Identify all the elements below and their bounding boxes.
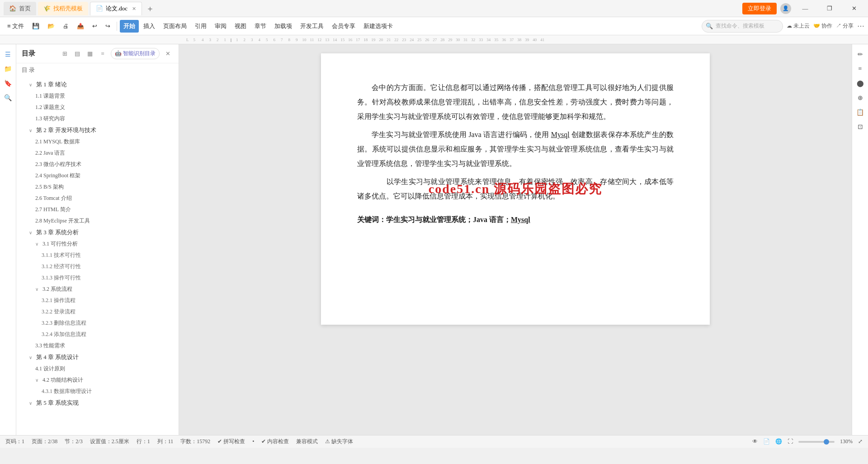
print-mode-icon[interactable]: 📄 <box>763 438 770 445</box>
format-icon[interactable]: ≡ <box>854 62 867 75</box>
redo-button[interactable]: ↪ <box>102 20 114 33</box>
toc-item-2-7[interactable]: 2.7 HTML 简介 <box>16 204 179 215</box>
toc-item-3-1-3[interactable]: 3.1.3 操作可行性 <box>16 272 179 284</box>
doc-page[interactable]: code51.cn 源码乐园盗图必究 会中的方方面面。它让信息都可以通过网络传播… <box>321 53 710 325</box>
toc-item-2-3[interactable]: 2.3 微信小程序技术 <box>16 159 179 170</box>
reference-tab[interactable]: 引用 <box>191 20 210 33</box>
format-btn-2[interactable]: ▤ <box>72 48 83 59</box>
toc-item-3-1-1[interactable]: 3.1.1 技术可行性 <box>16 250 179 261</box>
user-avatar[interactable]: 👤 <box>780 3 791 14</box>
status-wordcount: 字数：15792 <box>180 438 210 445</box>
tab-template[interactable]: 🌾 找稻壳模板 <box>38 2 88 15</box>
toc-item-2-6[interactable]: 2.6 Tomcat 介绍 <box>16 193 179 204</box>
toc-item-3-3[interactable]: 3.3 性能需求 <box>16 340 179 351</box>
review-icon[interactable]: ⬤ <box>854 77 867 90</box>
close-sidebar-btn[interactable]: ✕ <box>162 48 173 59</box>
toc-item-3-2-3[interactable]: 3.2.3 删除信息流程 <box>16 317 179 329</box>
print-button[interactable]: 🖨 <box>59 20 72 33</box>
toc-item-ch3[interactable]: ∨ 第 3 章 系统分析 <box>16 227 179 238</box>
ai-recognize-button[interactable]: 🤖 智能识别目录 <box>111 48 160 59</box>
toc-item-2-1[interactable]: 2.1 MYSQL 数据库 <box>16 136 179 147</box>
collaborate-label[interactable]: 🤝 协作 <box>813 22 832 30</box>
toc-item-3-1-2[interactable]: 3.1.2 经济可行性 <box>16 261 179 272</box>
toc-item-4-3-1[interactable]: 4.3.1 数据库物理设计 <box>16 386 179 397</box>
toc-icon[interactable]: ☰ <box>2 48 14 61</box>
toc-item-ch2[interactable]: ∨ 第 2 章 开发环境与技术 <box>16 124 179 136</box>
tab-home[interactable]: 🏠 首页 <box>4 2 36 15</box>
view-tab[interactable]: 视图 <box>231 20 250 33</box>
toc-item-3-1[interactable]: ∨ 3.1 可行性分析 <box>16 238 179 250</box>
new-options-tab[interactable]: 新建选项卡 <box>360 20 396 33</box>
close-button[interactable]: ✕ <box>844 2 864 15</box>
toc-item-3-2-4[interactable]: 3.2.4 添加信息流程 <box>16 329 179 340</box>
minimize-button[interactable]: — <box>795 2 816 15</box>
toc-item-3-2-1[interactable]: 3.2.1 操作流程 <box>16 295 179 306</box>
search-left-icon[interactable]: 🔍 <box>2 91 14 104</box>
toc-item-2-8[interactable]: 2.8 MyEclipse 开发工具 <box>16 215 179 227</box>
toc-item-1-2[interactable]: 1.2 课题意义 <box>16 102 179 113</box>
toc-item-2-2[interactable]: 2.2 Java 语言 <box>16 147 179 159</box>
toc-item-1-1[interactable]: 1.1 课题背景 <box>16 90 179 102</box>
restore-button[interactable]: ❐ <box>819 2 840 15</box>
toc-item-ch5[interactable]: ∨ 第 5 章 系统实现 <box>16 397 179 409</box>
web-mode-icon[interactable]: 🌐 <box>775 438 782 445</box>
files-icon[interactable]: 📁 <box>2 62 14 75</box>
zoom-level[interactable]: 130% <box>840 438 853 445</box>
spell-check-btn[interactable]: ✔ 拼写检查 <box>217 438 245 445</box>
format-btn-3[interactable]: ▦ <box>85 48 95 59</box>
plus-icon[interactable]: ⊕ <box>854 91 867 104</box>
ruler-content: L 5 4 3 2 1 | 1 2 3 4 5 6 7 8 9 10 11 12… <box>184 35 852 44</box>
toggle-ch3: ∨ <box>29 230 34 235</box>
undo-button[interactable]: ↩ <box>89 20 101 33</box>
paragraph-1[interactable]: 会中的方方面面。它让信息都可以通过网络传播，搭配信息管理工具可以很好地为人们提供… <box>357 80 674 124</box>
tab-close-doc[interactable]: ✕ <box>132 6 136 12</box>
toc-item-2-5[interactable]: 2.5 B/S 架构 <box>16 181 179 193</box>
cloud-sync-label[interactable]: ☁ 未上云 <box>787 22 810 30</box>
addons-tab[interactable]: 加载项 <box>271 20 296 33</box>
save-button[interactable]: 💾 <box>28 20 43 33</box>
missing-font-btn[interactable]: ⚠ 缺失字体 <box>325 438 353 445</box>
zoom-slider[interactable] <box>798 441 835 443</box>
start-tab[interactable]: 开始 <box>120 20 139 33</box>
document-area[interactable]: code51.cn 源码乐园盗图必究 会中的方方面面。它让信息都可以通过网络传播… <box>179 44 852 435</box>
login-button[interactable]: 立即登录 <box>742 3 777 14</box>
full-screen-btn[interactable]: ⤢ <box>858 438 863 445</box>
export-button[interactable]: 📤 <box>73 20 88 33</box>
toc-item-3-2-2[interactable]: 3.2.2 登录流程 <box>16 306 179 317</box>
toc-item-4-2[interactable]: ∨ 4.2 功能结构设计 <box>16 374 179 386</box>
content-check-btn[interactable]: ✔ 内容检查 <box>261 438 289 445</box>
full-screen-icon[interactable]: ⛶ <box>788 438 793 445</box>
file-menu-button[interactable]: ≡ 文件 <box>4 20 28 33</box>
page-layout-tab[interactable]: 页面布局 <box>160 20 190 33</box>
search-bar[interactable]: 🔍 查找命令、搜索模板 <box>702 20 783 33</box>
format-btn-4[interactable]: ≡ <box>97 48 108 59</box>
edit-icon[interactable]: ✏ <box>854 48 867 61</box>
tab-doc[interactable]: 📄 论文.doc ✕ <box>90 2 142 15</box>
layout-icon[interactable]: ⊡ <box>854 120 867 133</box>
vip-tab[interactable]: 会员专享 <box>328 20 359 33</box>
toc-item-3-2[interactable]: ∨ 3.2 系统流程 <box>16 284 179 295</box>
paragraph-2[interactable]: 学生实习与就业管理系统使用 Java 语言进行编码，使用 Mysql 创建数据表… <box>357 128 674 171</box>
toc-content[interactable]: ∨ 第 1 章 绪论 1.1 课题背景 1.2 课题意义 1.3 研究内容 ∨ … <box>16 77 179 435</box>
chapter-tab[interactable]: 章节 <box>251 20 270 33</box>
share-label[interactable]: ↗ 分享 <box>836 22 854 30</box>
review-tab[interactable]: 审阅 <box>211 20 230 33</box>
toc-item-ch1[interactable]: ∨ 第 1 章 绪论 <box>16 79 179 90</box>
insert-tab[interactable]: 插入 <box>140 20 159 33</box>
toc-item-2-4[interactable]: 2.4 SpringBoot 框架 <box>16 170 179 181</box>
toc-item-ch4[interactable]: ∨ 第 4 章 系统设计 <box>16 351 179 363</box>
read-mode-icon[interactable]: 👁 <box>752 438 758 445</box>
doc-icon: 📄 <box>96 5 103 12</box>
more-menu-icon[interactable]: ⋯ <box>857 22 864 30</box>
dev-tools-tab[interactable]: 开发工具 <box>297 20 327 33</box>
open-button[interactable]: 📂 <box>44 20 58 33</box>
clipboard-icon[interactable]: 📋 <box>854 106 867 118</box>
toc-item-1-3[interactable]: 1.3 研究内容 <box>16 113 179 124</box>
paragraph-3[interactable]: 以学生实习与就业管理系统来管理信息，有着保密性强，效率高，存储空间大，成本低等诸… <box>357 175 674 204</box>
bookmark-icon[interactable]: 🔖 <box>2 77 14 90</box>
add-tab-button[interactable]: ＋ <box>144 2 156 15</box>
format-btn-1[interactable]: ⊞ <box>59 48 70 59</box>
compat-mode-btn[interactable]: 兼容模式 <box>296 438 318 445</box>
zoom-thumb[interactable] <box>824 439 829 445</box>
toc-item-4-1[interactable]: 4.1 设计原则 <box>16 363 179 374</box>
